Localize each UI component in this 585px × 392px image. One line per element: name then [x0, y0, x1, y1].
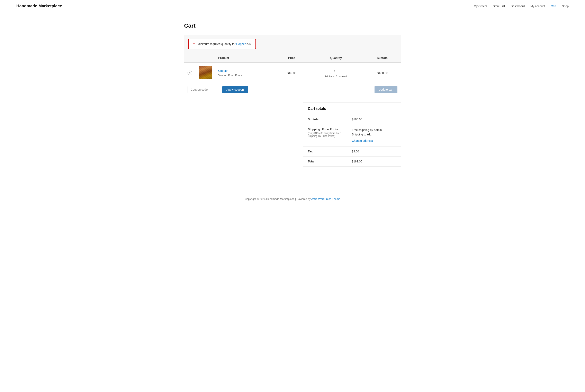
error-notice: ⚠ Minimum required quantity for Copper i…	[188, 39, 256, 49]
cart-table-body: × Copper Vendor: Puno Prints	[184, 62, 401, 96]
product-subtotal-cell: $180.00	[365, 62, 401, 83]
cart-table-header-row: Product Price Quantity Subtotal	[184, 54, 401, 62]
shipping-to-text: Shipping to	[352, 133, 367, 136]
remove-item-button[interactable]: ×	[188, 70, 192, 75]
update-cart-cell: Update cart	[308, 83, 401, 96]
main-content: Cart ⚠ Minimum required quantity for Cop…	[180, 12, 405, 179]
shipping-state: AL	[367, 133, 371, 136]
nav-my-orders[interactable]: My Orders	[474, 4, 487, 8]
product-thumbnail-cell	[195, 62, 215, 83]
col-product-header: Product	[215, 54, 276, 62]
error-icon: ⚠	[192, 42, 196, 46]
site-footer: Copyright © 2024 Handmade Marketplace | …	[0, 191, 585, 207]
nav-shop[interactable]: Shop	[562, 4, 569, 8]
totals-subtotal-label: Subtotal	[303, 114, 347, 124]
shipping-free-text: Free shipping by Admin	[352, 128, 382, 132]
totals-tax-value: $9.00	[347, 146, 401, 156]
notice-text: Minimum required quantity for Copper is …	[198, 42, 252, 46]
product-name-link[interactable]: Copper	[218, 69, 272, 72]
coupon-row: Apply coupon Update cart	[184, 83, 401, 96]
shipping-note: (Only $155.00 away from Free Shipping By…	[308, 132, 342, 138]
shipping-details: Free shipping by Admin Shipping to AL. C…	[352, 128, 396, 143]
totals-shipping-value: Free shipping by Admin Shipping to AL. C…	[347, 124, 401, 146]
nav-cart[interactable]: Cart	[551, 4, 556, 8]
col-quantity-header: Quantity	[308, 54, 364, 62]
totals-table: Subtotal $180.00 Shipping: Puno Prints (…	[303, 114, 401, 166]
cart-item-row: × Copper Vendor: Puno Prints	[184, 62, 401, 83]
totals-total-value: $189.00	[347, 156, 401, 166]
col-image-header	[195, 54, 215, 62]
footer-text: Copyright © 2024 Handmade Marketplace | …	[245, 198, 311, 200]
product-subtotal: $180.00	[377, 71, 388, 75]
col-subtotal-header: Subtotal	[365, 54, 401, 62]
cart-totals-box: Cart totals Subtotal $180.00 Shipping: P…	[303, 102, 401, 166]
notice-prefix: Minimum required quantity for	[198, 42, 236, 46]
cart-table-head: Product Price Quantity Subtotal	[184, 54, 401, 62]
totals-tax-label: Tax	[303, 146, 347, 156]
notice-product-link[interactable]: Copper	[236, 42, 246, 46]
nav-dashboard[interactable]: Dashboard	[511, 4, 525, 8]
col-remove-header	[184, 54, 196, 62]
copper-texture	[199, 66, 212, 80]
notice-suffix: is 5.	[246, 42, 252, 46]
product-thumbnail	[199, 66, 212, 80]
quantity-note: Minimum 5 required	[311, 75, 361, 78]
remove-cell: ×	[184, 62, 196, 83]
nav-store-list[interactable]: Store List	[493, 4, 505, 8]
page-title: Cart	[184, 22, 401, 29]
product-info-cell: Copper Vendor: Puno Prints	[215, 62, 276, 83]
quantity-input[interactable]	[330, 68, 342, 74]
update-cart-button[interactable]: Update cart	[375, 86, 397, 93]
totals-tax-row: Tax $9.00	[303, 146, 401, 156]
product-price: $45.00	[287, 71, 296, 75]
footer-link[interactable]: Astra WordPress Theme	[311, 198, 340, 200]
site-nav: My Orders Store List Dashboard My accoun…	[474, 4, 569, 8]
cart-table: Product Price Quantity Subtotal ×	[184, 53, 401, 96]
cart-totals-section: Cart totals Subtotal $180.00 Shipping: P…	[184, 102, 401, 166]
totals-subtotal-row: Subtotal $180.00	[303, 114, 401, 124]
totals-subtotal-value: $180.00	[347, 114, 401, 124]
col-price-header: Price	[276, 54, 308, 62]
totals-shipping-row: Shipping: Puno Prints (Only $155.00 away…	[303, 124, 401, 146]
apply-coupon-button[interactable]: Apply coupon	[222, 86, 248, 93]
change-address-link[interactable]: Change address	[352, 138, 396, 143]
product-vendor: Vendor: Puno Prints	[218, 74, 242, 77]
site-header: Handmade Marketplace My Orders Store Lis…	[0, 0, 585, 12]
product-info: Copper Vendor: Puno Prints	[218, 69, 272, 77]
notice-row: ⚠ Minimum required quantity for Copper i…	[184, 35, 401, 53]
totals-shipping-label: Shipping: Puno Prints (Only $155.00 away…	[303, 124, 347, 146]
coupon-area: Apply coupon	[188, 86, 304, 93]
nav-my-account[interactable]: My account	[530, 4, 545, 8]
product-quantity-cell: Minimum 5 required	[308, 62, 364, 83]
cart-totals-title: Cart totals	[303, 102, 401, 114]
product-price-cell: $45.00	[276, 62, 308, 83]
totals-total-label: Total	[303, 156, 347, 166]
site-logo: Handmade Marketplace	[16, 4, 62, 8]
totals-total-row: Total $189.00	[303, 156, 401, 166]
coupon-input[interactable]	[188, 86, 220, 93]
coupon-cell: Apply coupon	[184, 83, 308, 96]
